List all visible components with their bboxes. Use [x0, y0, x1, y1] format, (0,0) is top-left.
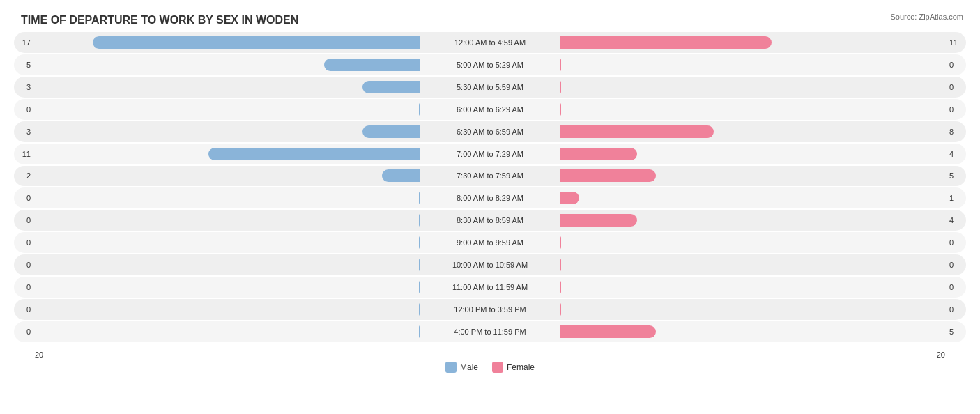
- chart-row: 35:30 AM to 5:59 AM0: [14, 77, 966, 98]
- female-bar: [560, 192, 579, 204]
- chart-container: TIME OF DEPARTURE TO WORK BY SEX IN WODE…: [0, 0, 980, 414]
- legend-male: Male: [445, 362, 478, 373]
- chart-row: 117:00 AM to 7:29 AM4: [14, 144, 966, 164]
- female-bar-container: [560, 81, 945, 93]
- chart-row: 08:30 AM to 8:59 AM4: [14, 210, 966, 231]
- male-value: 0: [14, 305, 35, 314]
- male-legend-box: [445, 362, 457, 373]
- female-bar: [560, 281, 561, 293]
- female-value: 0: [945, 105, 966, 114]
- chart-row: 010:00 AM to 10:59 AM0: [14, 254, 966, 275]
- male-bar-container: [35, 103, 420, 116]
- female-bar-container: [560, 169, 945, 182]
- female-bar-container: [560, 36, 945, 49]
- male-value: 0: [14, 238, 35, 247]
- chart-row: 36:30 AM to 6:59 AM8: [14, 121, 966, 142]
- chart-title: TIME OF DEPARTURE TO WORK BY SEX IN WODE…: [14, 14, 966, 26]
- female-bar-container: [560, 325, 945, 338]
- female-value: 0: [945, 283, 966, 291]
- male-value: 0: [14, 105, 35, 114]
- chart-row: 55:00 AM to 5:29 AM0: [14, 54, 966, 75]
- time-label: 12:00 AM to 4:59 AM: [420, 38, 560, 47]
- female-value: 1: [945, 194, 966, 202]
- male-bar: [208, 148, 420, 160]
- male-bar-container: [35, 148, 420, 160]
- male-bar-container: [35, 303, 420, 316]
- male-bar-container: [35, 281, 420, 293]
- time-label: 5:30 AM to 5:59 AM: [420, 83, 560, 91]
- male-value: 3: [14, 128, 35, 136]
- female-value: 5: [945, 171, 966, 180]
- female-bar-container: [560, 236, 945, 249]
- axis-left-label: 20: [35, 351, 43, 359]
- time-label: 8:00 AM to 8:29 AM: [420, 194, 560, 202]
- female-value: 0: [945, 305, 966, 314]
- female-value: 11: [945, 38, 966, 47]
- time-label: 10:00 AM to 10:59 AM: [420, 261, 560, 269]
- female-value: 0: [945, 261, 966, 269]
- female-bar-container: [560, 103, 945, 116]
- male-bar-container: [35, 236, 420, 249]
- male-bar-container: [35, 169, 420, 182]
- chart-row: 27:30 AM to 7:59 AM5: [14, 166, 966, 187]
- male-value: 3: [14, 83, 35, 91]
- bottom-area: 20 20 Male Female: [14, 346, 966, 373]
- female-value: 0: [945, 83, 966, 91]
- female-bar: [560, 236, 561, 249]
- female-bar: [560, 125, 714, 138]
- female-bar: [560, 36, 772, 49]
- male-value: 0: [14, 328, 35, 336]
- female-bar: [560, 303, 561, 316]
- female-bar-container: [560, 125, 945, 138]
- time-label: 8:30 AM to 8:59 AM: [420, 216, 560, 224]
- chart-row: 1712:00 AM to 4:59 AM11: [14, 32, 966, 53]
- female-bar: [560, 103, 561, 116]
- female-value: 5: [945, 328, 966, 336]
- male-bar: [382, 169, 420, 182]
- rows-wrapper: 1712:00 AM to 4:59 AM1155:00 AM to 5:29 …: [14, 32, 966, 344]
- male-bar-container: [35, 36, 420, 49]
- female-bar: [560, 59, 561, 71]
- male-legend-label: Male: [460, 362, 478, 372]
- male-bar: [362, 81, 420, 93]
- female-bar-container: [560, 303, 945, 316]
- male-bar-container: [35, 192, 420, 204]
- male-bar: [93, 36, 420, 49]
- chart-body: 1712:00 AM to 4:59 AM1155:00 AM to 5:29 …: [14, 32, 966, 373]
- time-label: 11:00 AM to 11:59 AM: [420, 283, 560, 291]
- male-value: 17: [14, 38, 35, 47]
- time-label: 6:00 AM to 6:29 AM: [420, 105, 560, 114]
- chart-row: 012:00 PM to 3:59 PM0: [14, 299, 966, 320]
- chart-row: 04:00 PM to 11:59 PM5: [14, 321, 966, 342]
- male-value: 0: [14, 216, 35, 224]
- chart-row: 09:00 AM to 9:59 AM0: [14, 232, 966, 253]
- male-bar-container: [35, 125, 420, 138]
- male-bar: [324, 59, 420, 71]
- female-bar: [560, 259, 561, 271]
- female-value: 8: [945, 128, 966, 136]
- female-bar-container: [560, 59, 945, 71]
- female-bar-container: [560, 281, 945, 293]
- time-label: 9:00 AM to 9:59 AM: [420, 238, 560, 247]
- female-bar-container: [560, 148, 945, 160]
- legend-female: Female: [492, 362, 535, 373]
- male-value: 11: [14, 150, 35, 158]
- female-bar-container: [560, 192, 945, 204]
- male-bar-container: [35, 259, 420, 271]
- source-text: Source: ZipAtlas.com: [890, 13, 963, 21]
- female-bar-container: [560, 214, 945, 227]
- time-label: 5:00 AM to 5:29 AM: [420, 61, 560, 69]
- male-value: 0: [14, 194, 35, 202]
- male-bar-container: [35, 325, 420, 338]
- axis-bottom: 20 20: [14, 346, 966, 359]
- legend: Male Female: [14, 362, 966, 373]
- female-value: 4: [945, 150, 966, 158]
- female-bar: [560, 214, 637, 227]
- male-value: 0: [14, 261, 35, 269]
- male-value: 0: [14, 283, 35, 291]
- female-value: 0: [945, 61, 966, 69]
- time-label: 12:00 PM to 3:59 PM: [420, 305, 560, 314]
- male-value: 5: [14, 61, 35, 69]
- female-bar-container: [560, 259, 945, 271]
- female-legend-label: Female: [507, 362, 535, 372]
